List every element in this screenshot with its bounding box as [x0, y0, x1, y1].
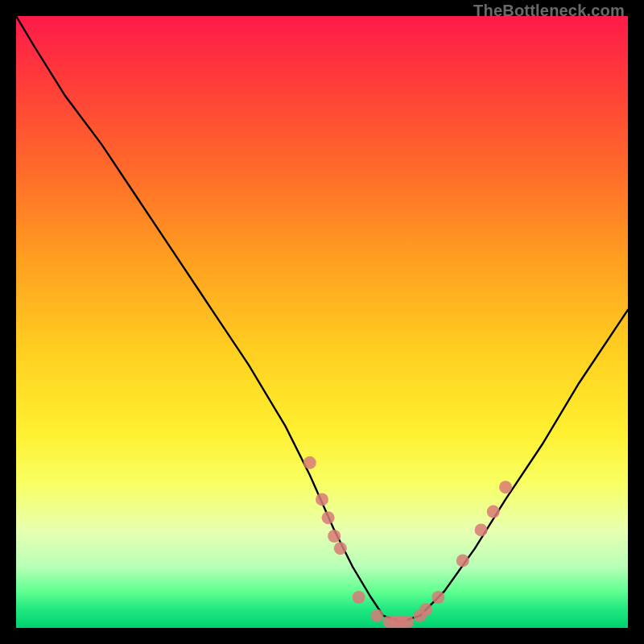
- data-point: [487, 506, 500, 518]
- data-point: [322, 511, 335, 524]
- attribution-text: TheBottleneck.com: [473, 2, 625, 20]
- data-point: [328, 530, 341, 543]
- data-point: [303, 456, 316, 469]
- data-point: [370, 609, 383, 622]
- plot-area: [16, 16, 628, 628]
- data-point: [353, 591, 365, 604]
- chart-svg: [16, 16, 628, 628]
- data-point: [419, 603, 432, 616]
- scatter-group: [303, 456, 512, 628]
- data-point: [401, 615, 414, 628]
- bottleneck-curve: [16, 16, 628, 621]
- data-point: [431, 591, 444, 604]
- data-point: [334, 542, 347, 555]
- data-point: [499, 481, 512, 493]
- chart-frame: TheBottleneck.com: [0, 0, 644, 644]
- data-point: [475, 523, 488, 536]
- data-point: [316, 493, 328, 506]
- data-point: [456, 554, 469, 567]
